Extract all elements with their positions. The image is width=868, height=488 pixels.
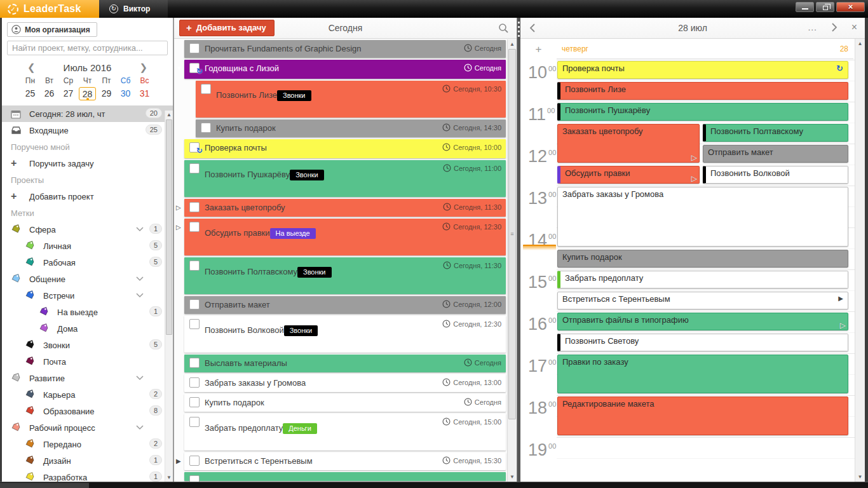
sidebar-tag[interactable]: Личная5 (2, 238, 173, 254)
day-scrollbar[interactable]: ▲ ▼ (855, 39, 865, 482)
calendar-event[interactable]: Позвонить Полтавскому (703, 124, 848, 142)
sidebar-tag[interactable]: Рабочая5 (2, 254, 173, 271)
task-checkbox[interactable] (189, 397, 200, 407)
user-tab[interactable]: ↻ Виктор (99, 0, 168, 18)
expand-icon[interactable]: ▷ (176, 224, 181, 231)
chevron-down-icon[interactable] (136, 293, 144, 298)
task-checkbox[interactable] (189, 261, 200, 271)
sidebar-tag[interactable]: Почта (2, 353, 173, 370)
sidebar-item[interactable]: Сегодня: 28 июл, чт20 (2, 105, 173, 122)
task-checkbox[interactable] (201, 123, 211, 133)
task-row[interactable]: ▶Встретиться с ТерентьевымСегодня, 15:30 (184, 452, 506, 470)
calendar-event[interactable]: Проверка почты↻ (557, 61, 848, 79)
sidebar-tag[interactable]: Общение (2, 271, 173, 287)
task-checkbox[interactable] (189, 358, 200, 368)
task-row[interactable]: Прочитать Fundaments of Graphic DesignСе… (184, 40, 506, 58)
calendar-date[interactable]: 30 (117, 87, 134, 100)
task-row[interactable]: Позвонить ПолтавскомуСегодня, 11:30Звонк… (184, 257, 506, 294)
expand-icon[interactable]: ▷ (691, 174, 697, 183)
scroll-up-icon[interactable]: ▲ (165, 112, 173, 118)
organization-button[interactable]: Моя организация (7, 22, 97, 37)
task-row[interactable]: Отправить макетСегодня, 12:00 (184, 296, 506, 314)
task-checkbox[interactable] (189, 417, 200, 427)
calendar-event[interactable]: Редактирование макета (557, 396, 848, 435)
calendar-event[interactable]: Отправить макет (703, 145, 848, 163)
calendar-event[interactable]: Позвонить Пушкарёву (557, 103, 848, 121)
task-row[interactable] (184, 472, 506, 481)
close-button[interactable]: × (836, 2, 865, 12)
sidebar-tag[interactable]: Рабочий процесс (2, 419, 173, 436)
chevron-down-icon[interactable] (136, 376, 144, 381)
calendar-event[interactable]: Позвонить Светову (557, 334, 848, 351)
expand-icon[interactable]: ▶ (176, 458, 181, 464)
add-event-icon[interactable]: + (520, 43, 557, 56)
calendar-event[interactable]: Встретиться с Терентьевым▶ (557, 292, 848, 309)
task-row[interactable]: Позвонить ПушкарёвуСегодня, 11:00Звонки (184, 160, 506, 197)
task-tag-chip[interactable]: Звонки (297, 267, 332, 278)
sidebar-item[interactable]: +Поручить задачу (2, 155, 173, 172)
calendar-prev-icon[interactable]: ❮ (27, 62, 36, 73)
task-checkbox[interactable] (201, 84, 211, 94)
task-row[interactable]: ▼↻Годовщина с ЛизойСегодня (184, 60, 506, 79)
sidebar-tag[interactable]: Образование8 (2, 403, 173, 419)
sidebar-tag[interactable]: Встречи (2, 287, 173, 304)
sidebar-tag[interactable]: Дизайн1 (2, 452, 173, 469)
calendar-event[interactable]: Отправить файлы в типографию▷ (557, 313, 848, 330)
scroll-down-icon[interactable]: ▼ (855, 474, 865, 480)
task-checkbox[interactable] (189, 377, 200, 388)
calendar-event[interactable]: Купить подарок (557, 250, 848, 268)
task-row[interactable]: Купить подарокСегодня, 14:30 (196, 119, 506, 137)
task-tag-chip[interactable]: Звонки (277, 90, 311, 101)
day-prev-icon[interactable] (529, 24, 536, 32)
sidebar-tag[interactable]: Сфера1 (2, 221, 173, 238)
task-checkbox[interactable]: ↻ (189, 63, 200, 73)
scroll-down-icon[interactable]: ▼ (165, 475, 173, 480)
expand-icon[interactable]: ▶ (838, 295, 843, 302)
sidebar-item[interactable]: +Добавить проект (2, 188, 173, 205)
scroll-up-icon[interactable]: ▲ (855, 41, 865, 46)
sidebar-tag[interactable]: Дома (2, 320, 173, 337)
calendar-date[interactable]: 27 (60, 87, 77, 100)
chevron-down-icon[interactable] (136, 276, 144, 281)
calendar-event[interactable]: Забрать предоплату (557, 271, 848, 288)
expand-icon[interactable]: ▷ (840, 321, 846, 330)
task-checkbox[interactable] (189, 319, 200, 329)
calendar-event[interactable]: Позвонить Лизе (557, 82, 848, 100)
calendar-date[interactable]: 31 (136, 87, 153, 100)
sidebar-scrollbar[interactable]: ▲ ▼ (165, 111, 173, 482)
task-tag-chip[interactable]: На выезде (270, 228, 316, 239)
sidebar-item[interactable]: Входящие25 (2, 122, 173, 139)
task-tag-chip[interactable]: Звонки (284, 325, 318, 336)
minimize-button[interactable] (796, 2, 814, 12)
sidebar-tag[interactable]: Звонки5 (2, 337, 173, 353)
calendar-date[interactable]: 29 (98, 87, 115, 100)
scroll-up-icon[interactable]: ▲ (508, 41, 517, 47)
chevron-down-icon[interactable] (136, 425, 144, 430)
search-input[interactable] (7, 41, 168, 55)
calendar-date-selected[interactable]: 28 (79, 87, 96, 100)
task-row[interactable]: Позвонить ВолковойСегодня, 12:30Звонки (184, 316, 506, 353)
calendar-event[interactable]: Заказать цветопробу▷ (557, 124, 700, 163)
calendar-next-icon[interactable]: ❯ (139, 62, 147, 73)
task-row[interactable]: ↻Проверка почтыСегодня, 10:00 (184, 139, 506, 158)
task-checkbox[interactable] (189, 222, 200, 232)
sidebar-tag[interactable]: Карьера2 (2, 386, 173, 403)
task-row[interactable]: ▷Заказать цветопробуСегодня, 11:30 (184, 199, 506, 217)
day-next-icon[interactable] (831, 23, 837, 32)
calendar-event[interactable]: Забрать заказы у Громова (557, 187, 848, 247)
chevron-down-icon[interactable] (136, 227, 144, 232)
add-task-button[interactable]: + Добавить задачу (179, 20, 275, 36)
calendar-date[interactable]: 25 (22, 87, 39, 100)
restore-button[interactable] (816, 2, 834, 12)
task-row[interactable]: Позвонить ЛизеСегодня, 10:30Звонки (196, 81, 506, 118)
more-icon[interactable]: … (808, 24, 817, 30)
task-row[interactable]: Забрать заказы у ГромоваСегодня, 13:00 (184, 374, 506, 392)
task-tag-chip[interactable]: Звонки (290, 170, 324, 180)
task-row[interactable]: Купить подарокСегодня (184, 394, 506, 412)
expand-icon[interactable]: ▷ (691, 153, 697, 162)
task-checkbox[interactable] (189, 299, 200, 309)
task-checkbox[interactable]: ↻ (189, 142, 200, 152)
scrollbar-thumb[interactable]: ≡ (508, 49, 516, 419)
calendar-date[interactable]: 26 (41, 87, 58, 100)
expand-icon[interactable]: ▷ (176, 204, 181, 211)
